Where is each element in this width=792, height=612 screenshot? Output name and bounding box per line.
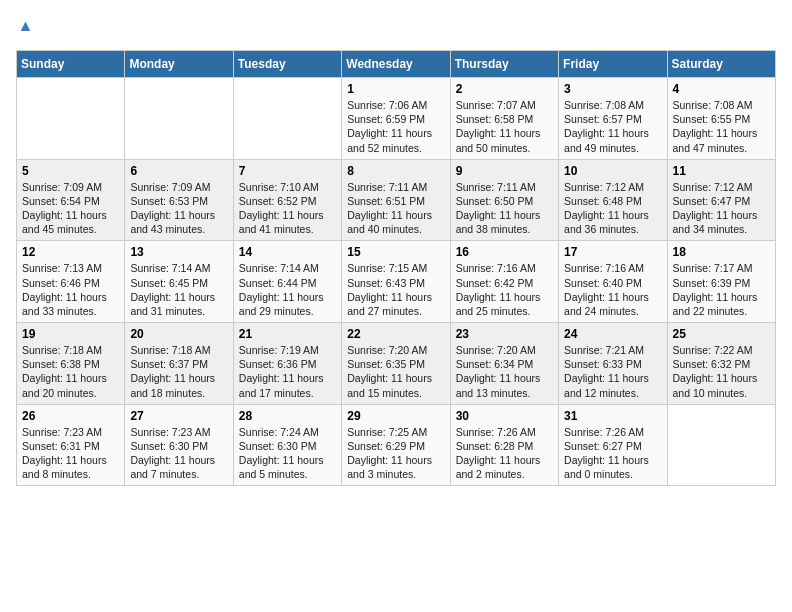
- day-number: 30: [456, 409, 553, 423]
- day-info: Sunrise: 7:17 AM Sunset: 6:39 PM Dayligh…: [673, 261, 770, 318]
- day-info: Sunrise: 7:23 AM Sunset: 6:31 PM Dayligh…: [22, 425, 119, 482]
- day-number: 4: [673, 82, 770, 96]
- day-info: Sunrise: 7:11 AM Sunset: 6:51 PM Dayligh…: [347, 180, 444, 237]
- table-row: 14Sunrise: 7:14 AM Sunset: 6:44 PM Dayli…: [233, 241, 341, 323]
- logo: ▲: [16, 16, 42, 38]
- header-thursday: Thursday: [450, 51, 558, 78]
- day-number: 15: [347, 245, 444, 259]
- day-info: Sunrise: 7:08 AM Sunset: 6:55 PM Dayligh…: [673, 98, 770, 155]
- table-row: 8Sunrise: 7:11 AM Sunset: 6:51 PM Daylig…: [342, 159, 450, 241]
- day-info: Sunrise: 7:20 AM Sunset: 6:34 PM Dayligh…: [456, 343, 553, 400]
- table-row: [233, 78, 341, 160]
- day-number: 2: [456, 82, 553, 96]
- table-row: 5Sunrise: 7:09 AM Sunset: 6:54 PM Daylig…: [17, 159, 125, 241]
- logo-icon: ▲: [16, 16, 38, 38]
- header-tuesday: Tuesday: [233, 51, 341, 78]
- day-number: 17: [564, 245, 661, 259]
- table-row: 28Sunrise: 7:24 AM Sunset: 6:30 PM Dayli…: [233, 404, 341, 486]
- table-row: 19Sunrise: 7:18 AM Sunset: 6:38 PM Dayli…: [17, 323, 125, 405]
- day-number: 9: [456, 164, 553, 178]
- table-row: 13Sunrise: 7:14 AM Sunset: 6:45 PM Dayli…: [125, 241, 233, 323]
- table-row: 6Sunrise: 7:09 AM Sunset: 6:53 PM Daylig…: [125, 159, 233, 241]
- table-row: 31Sunrise: 7:26 AM Sunset: 6:27 PM Dayli…: [559, 404, 667, 486]
- day-info: Sunrise: 7:12 AM Sunset: 6:48 PM Dayligh…: [564, 180, 661, 237]
- table-row: 23Sunrise: 7:20 AM Sunset: 6:34 PM Dayli…: [450, 323, 558, 405]
- header-friday: Friday: [559, 51, 667, 78]
- table-row: [125, 78, 233, 160]
- day-number: 27: [130, 409, 227, 423]
- day-number: 10: [564, 164, 661, 178]
- table-row: 1Sunrise: 7:06 AM Sunset: 6:59 PM Daylig…: [342, 78, 450, 160]
- day-number: 29: [347, 409, 444, 423]
- table-row: [667, 404, 775, 486]
- table-row: 12Sunrise: 7:13 AM Sunset: 6:46 PM Dayli…: [17, 241, 125, 323]
- table-row: 3Sunrise: 7:08 AM Sunset: 6:57 PM Daylig…: [559, 78, 667, 160]
- day-number: 31: [564, 409, 661, 423]
- week-row-3: 12Sunrise: 7:13 AM Sunset: 6:46 PM Dayli…: [17, 241, 776, 323]
- table-row: 16Sunrise: 7:16 AM Sunset: 6:42 PM Dayli…: [450, 241, 558, 323]
- calendar-header-row: SundayMondayTuesdayWednesdayThursdayFrid…: [17, 51, 776, 78]
- day-number: 26: [22, 409, 119, 423]
- day-number: 7: [239, 164, 336, 178]
- table-row: 17Sunrise: 7:16 AM Sunset: 6:40 PM Dayli…: [559, 241, 667, 323]
- day-number: 22: [347, 327, 444, 341]
- day-info: Sunrise: 7:19 AM Sunset: 6:36 PM Dayligh…: [239, 343, 336, 400]
- table-row: 27Sunrise: 7:23 AM Sunset: 6:30 PM Dayli…: [125, 404, 233, 486]
- week-row-2: 5Sunrise: 7:09 AM Sunset: 6:54 PM Daylig…: [17, 159, 776, 241]
- table-row: 11Sunrise: 7:12 AM Sunset: 6:47 PM Dayli…: [667, 159, 775, 241]
- svg-text:▲: ▲: [17, 16, 33, 34]
- day-number: 23: [456, 327, 553, 341]
- table-row: 21Sunrise: 7:19 AM Sunset: 6:36 PM Dayli…: [233, 323, 341, 405]
- table-row: 18Sunrise: 7:17 AM Sunset: 6:39 PM Dayli…: [667, 241, 775, 323]
- day-info: Sunrise: 7:16 AM Sunset: 6:42 PM Dayligh…: [456, 261, 553, 318]
- day-number: 1: [347, 82, 444, 96]
- header-monday: Monday: [125, 51, 233, 78]
- table-row: 4Sunrise: 7:08 AM Sunset: 6:55 PM Daylig…: [667, 78, 775, 160]
- table-row: 25Sunrise: 7:22 AM Sunset: 6:32 PM Dayli…: [667, 323, 775, 405]
- table-row: 2Sunrise: 7:07 AM Sunset: 6:58 PM Daylig…: [450, 78, 558, 160]
- table-row: 10Sunrise: 7:12 AM Sunset: 6:48 PM Dayli…: [559, 159, 667, 241]
- day-number: 8: [347, 164, 444, 178]
- day-number: 24: [564, 327, 661, 341]
- page-header: ▲: [16, 16, 776, 38]
- day-number: 19: [22, 327, 119, 341]
- day-info: Sunrise: 7:20 AM Sunset: 6:35 PM Dayligh…: [347, 343, 444, 400]
- week-row-5: 26Sunrise: 7:23 AM Sunset: 6:31 PM Dayli…: [17, 404, 776, 486]
- day-info: Sunrise: 7:08 AM Sunset: 6:57 PM Dayligh…: [564, 98, 661, 155]
- day-number: 5: [22, 164, 119, 178]
- table-row: 22Sunrise: 7:20 AM Sunset: 6:35 PM Dayli…: [342, 323, 450, 405]
- day-info: Sunrise: 7:18 AM Sunset: 6:37 PM Dayligh…: [130, 343, 227, 400]
- day-number: 3: [564, 82, 661, 96]
- header-saturday: Saturday: [667, 51, 775, 78]
- table-row: 20Sunrise: 7:18 AM Sunset: 6:37 PM Dayli…: [125, 323, 233, 405]
- table-row: 30Sunrise: 7:26 AM Sunset: 6:28 PM Dayli…: [450, 404, 558, 486]
- week-row-1: 1Sunrise: 7:06 AM Sunset: 6:59 PM Daylig…: [17, 78, 776, 160]
- day-number: 13: [130, 245, 227, 259]
- day-info: Sunrise: 7:26 AM Sunset: 6:28 PM Dayligh…: [456, 425, 553, 482]
- day-info: Sunrise: 7:24 AM Sunset: 6:30 PM Dayligh…: [239, 425, 336, 482]
- day-info: Sunrise: 7:22 AM Sunset: 6:32 PM Dayligh…: [673, 343, 770, 400]
- day-number: 14: [239, 245, 336, 259]
- day-info: Sunrise: 7:21 AM Sunset: 6:33 PM Dayligh…: [564, 343, 661, 400]
- day-info: Sunrise: 7:26 AM Sunset: 6:27 PM Dayligh…: [564, 425, 661, 482]
- table-row: 24Sunrise: 7:21 AM Sunset: 6:33 PM Dayli…: [559, 323, 667, 405]
- day-info: Sunrise: 7:14 AM Sunset: 6:44 PM Dayligh…: [239, 261, 336, 318]
- day-number: 18: [673, 245, 770, 259]
- day-info: Sunrise: 7:15 AM Sunset: 6:43 PM Dayligh…: [347, 261, 444, 318]
- header-wednesday: Wednesday: [342, 51, 450, 78]
- table-row: 15Sunrise: 7:15 AM Sunset: 6:43 PM Dayli…: [342, 241, 450, 323]
- day-number: 21: [239, 327, 336, 341]
- day-number: 28: [239, 409, 336, 423]
- table-row: 9Sunrise: 7:11 AM Sunset: 6:50 PM Daylig…: [450, 159, 558, 241]
- day-info: Sunrise: 7:16 AM Sunset: 6:40 PM Dayligh…: [564, 261, 661, 318]
- day-info: Sunrise: 7:25 AM Sunset: 6:29 PM Dayligh…: [347, 425, 444, 482]
- day-info: Sunrise: 7:12 AM Sunset: 6:47 PM Dayligh…: [673, 180, 770, 237]
- day-info: Sunrise: 7:06 AM Sunset: 6:59 PM Dayligh…: [347, 98, 444, 155]
- day-info: Sunrise: 7:09 AM Sunset: 6:54 PM Dayligh…: [22, 180, 119, 237]
- table-row: 26Sunrise: 7:23 AM Sunset: 6:31 PM Dayli…: [17, 404, 125, 486]
- day-number: 12: [22, 245, 119, 259]
- day-info: Sunrise: 7:23 AM Sunset: 6:30 PM Dayligh…: [130, 425, 227, 482]
- day-number: 11: [673, 164, 770, 178]
- day-number: 20: [130, 327, 227, 341]
- day-info: Sunrise: 7:13 AM Sunset: 6:46 PM Dayligh…: [22, 261, 119, 318]
